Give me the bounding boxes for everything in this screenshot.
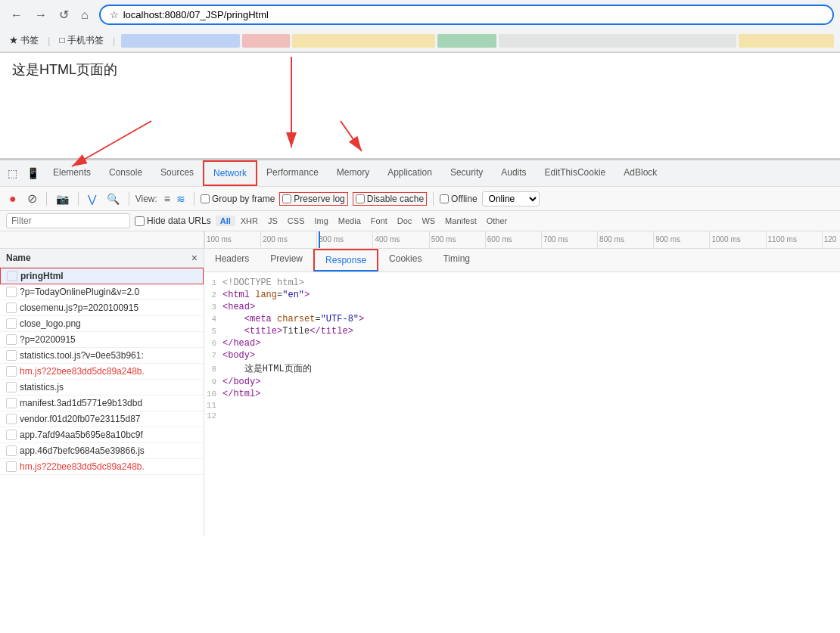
filter-other[interactable]: Other	[482, 216, 512, 226]
star-icon: ☆	[110, 9, 119, 20]
response-tab-preview[interactable]: Preview	[260, 249, 313, 272]
file-icon-8	[6, 398, 17, 408]
toolbar-separator-5	[433, 192, 434, 206]
tab-adblock[interactable]: AdBlock	[614, 161, 666, 185]
devtools-tabs: ⬚ 📱 Elements Console Sources Network Per…	[0, 160, 840, 187]
line-num-12: 12	[204, 411, 222, 420]
filter-all[interactable]: All	[216, 216, 235, 226]
file-list-item-11[interactable]: app.46d7befc9684a5e39866.js	[0, 443, 204, 459]
bookmark-tab-1[interactable]	[121, 34, 240, 48]
filter-doc[interactable]: Doc	[393, 216, 417, 226]
record-button[interactable]: ●	[6, 191, 20, 207]
file-list-item-2[interactable]: closemenu.js?p=2020100915	[0, 300, 204, 316]
devtools-main: Name × pringHtml ?p=TodayOnlinePlugin&v=…	[0, 249, 840, 536]
code-text-4: <meta charset="UTF-8">	[222, 314, 364, 324]
camera-button[interactable]: 📷	[53, 191, 72, 206]
forward-button[interactable]: →	[30, 6, 51, 23]
file-list-item-8[interactable]: manifest.3ad1d5771e9b13dbd	[0, 396, 204, 411]
response-tab-cookies[interactable]: Cookies	[378, 249, 432, 272]
file-list-header: Name ×	[0, 249, 204, 268]
offline-checkbox[interactable]: Offline	[440, 194, 477, 204]
home-button[interactable]: ⌂	[76, 6, 93, 23]
file-list-item-4[interactable]: ?p=20200915	[0, 332, 204, 348]
line-num-6: 6	[204, 339, 222, 348]
hide-urls-input[interactable]	[135, 216, 145, 226]
file-name-8: manifest.3ad1d5771e9b13dbd	[20, 398, 142, 408]
filter-media[interactable]: Media	[334, 216, 366, 226]
filter-manifest[interactable]: Manifest	[440, 216, 481, 226]
response-tab-headers[interactable]: Headers	[204, 249, 260, 272]
tick-700ms: 700 ms	[541, 231, 597, 248]
timeline-tick-row: 100 ms 200 ms 300 ms 400 ms 500 ms 600 m…	[204, 231, 840, 248]
file-name-6: hm.js?22bee83dd5dc89a248b.	[20, 366, 145, 377]
file-list-item-6[interactable]: hm.js?22bee83dd5dc89a248b.	[0, 364, 204, 380]
tab-memory[interactable]: Memory	[328, 161, 378, 185]
filter-input[interactable]	[6, 213, 130, 228]
bookmark-tab-2[interactable]	[242, 34, 290, 48]
filter-type-buttons: All XHR JS CSS Img Media Font Doc WS Man…	[216, 216, 512, 226]
filter-ws[interactable]: WS	[417, 216, 440, 226]
throttle-select[interactable]: Online Fast 3G Slow 3G Offline	[482, 191, 540, 206]
file-name-5: statistics.tool.js?v=0ee53b961:	[20, 350, 144, 361]
hide-urls-checkbox[interactable]: Hide data URLs	[135, 216, 211, 226]
devtools-inspect-icon[interactable]: ⬚	[3, 164, 22, 182]
file-list-close-button[interactable]: ×	[191, 252, 198, 264]
response-tab-response[interactable]: Response	[313, 249, 378, 272]
filter-css[interactable]: CSS	[283, 216, 310, 226]
file-list-name-header: Name	[6, 253, 31, 263]
search-icon-button[interactable]: 🔍	[104, 191, 123, 206]
tab-security[interactable]: Security	[441, 161, 492, 185]
bookmark-tab-3[interactable]	[292, 34, 435, 48]
back-button[interactable]: ←	[6, 6, 27, 23]
tab-elements[interactable]: Elements	[44, 161, 100, 185]
file-list-item-7[interactable]: statistics.js	[0, 380, 204, 396]
bookmark-mobile[interactable]: □ 手机书签	[56, 33, 107, 48]
file-list-item-9[interactable]: vendor.f01d20fb07e23115d87	[0, 411, 204, 427]
filter-font[interactable]: Font	[366, 216, 392, 226]
filter-img[interactable]: Img	[310, 216, 332, 226]
list-view-icon[interactable]: ≡	[162, 192, 173, 206]
bookmark-tab-5[interactable]	[499, 34, 736, 48]
offline-label: Offline	[451, 194, 477, 204]
bookmark-star[interactable]: ★ 书签	[6, 33, 42, 48]
filter-xhr[interactable]: XHR	[236, 216, 263, 226]
clear-button[interactable]: ⊘	[24, 190, 40, 207]
tab-sources[interactable]: Sources	[151, 161, 203, 185]
line-num-1: 1	[204, 278, 222, 287]
file-list-item-pringhtml[interactable]: pringHtml	[0, 268, 204, 284]
browser-chrome: ← → ↺ ⌂ ☆ ★ 书签 | □ 手机书签 |	[0, 0, 840, 53]
filter-icon-button[interactable]: ⋁	[85, 191, 99, 206]
code-line-4: 4 <meta charset="UTF-8">	[204, 313, 840, 325]
bookmark-tab-6[interactable]	[739, 34, 834, 48]
file-list-item-1[interactable]: ?p=TodayOnlinePlugin&v=2.0	[0, 284, 204, 300]
tick-100ms: 100 ms	[204, 231, 260, 248]
tick-300ms: 300 ms	[316, 231, 372, 248]
toolbar-separator-3	[129, 192, 129, 206]
file-list-item-5[interactable]: statistics.tool.js?v=0ee53b961:	[0, 348, 204, 364]
filter-js[interactable]: JS	[263, 216, 282, 226]
bookmark-tab-4[interactable]	[437, 34, 497, 48]
disable-cache-input[interactable]	[356, 194, 365, 203]
tab-editthiscookie[interactable]: EditThisCookie	[536, 161, 615, 185]
offline-input[interactable]	[440, 194, 449, 203]
tab-performance[interactable]: Performance	[257, 161, 328, 185]
file-list-item-10[interactable]: app.7afd94aa5b695e8a10bc9f	[0, 427, 204, 443]
file-name-9: vendor.f01d20fb07e23115d87	[20, 414, 141, 424]
tab-audits[interactable]: Audits	[492, 161, 535, 185]
url-input[interactable]	[123, 9, 823, 20]
file-list-item-3[interactable]: close_logo.png	[0, 316, 204, 332]
tab-network[interactable]: Network	[203, 160, 257, 186]
response-tab-timing[interactable]: Timing	[432, 249, 481, 272]
file-list-item-12[interactable]: hm.js?22bee83dd5dc89a248b.	[0, 459, 204, 475]
tab-application[interactable]: Application	[378, 161, 441, 185]
reload-button[interactable]: ↺	[54, 6, 73, 23]
disable-cache-checkbox[interactable]: Disable cache	[353, 192, 427, 206]
group-by-frame-input[interactable]	[201, 194, 210, 203]
devtools-device-icon[interactable]: 📱	[22, 164, 44, 182]
preserve-log-input[interactable]	[282, 194, 291, 203]
group-by-frame-checkbox[interactable]: Group by frame	[201, 194, 275, 204]
waterfall-view-icon[interactable]: ≋	[174, 192, 188, 206]
tab-console[interactable]: Console	[100, 161, 151, 185]
preserve-log-label: Preserve log	[294, 194, 344, 204]
preserve-log-checkbox[interactable]: Preserve log	[279, 192, 347, 206]
